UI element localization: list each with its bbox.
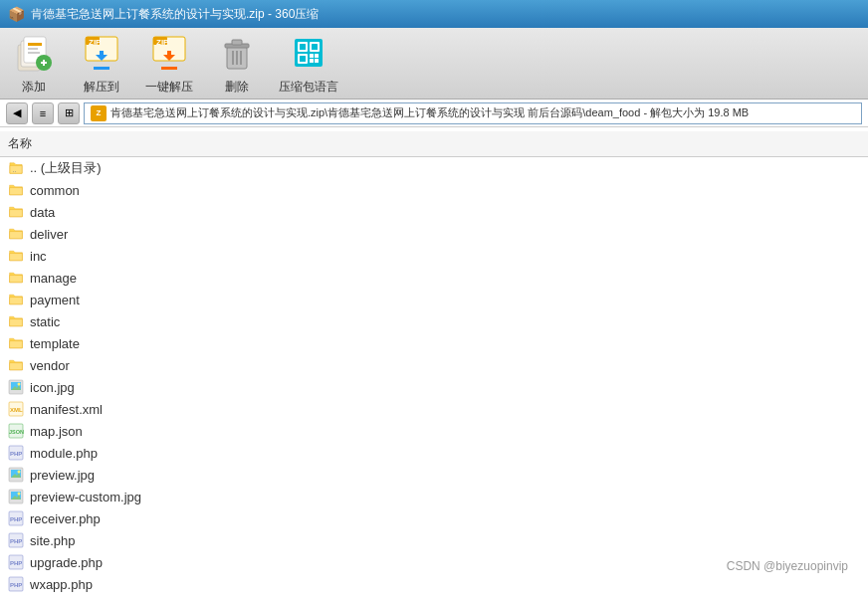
list-item[interactable]: data xyxy=(0,201,868,223)
list-item[interactable]: PHP site.php xyxy=(0,529,868,551)
svg-rect-20 xyxy=(161,67,177,70)
svg-text:PHP: PHP xyxy=(10,516,22,522)
svg-rect-37 xyxy=(315,59,319,63)
file-list: 名称 .. .. (上级目录) common data deliver inc xyxy=(0,127,868,603)
svg-text:XML: XML xyxy=(10,407,23,413)
address-bar: ◀ ≡ ⊞ Z 肯德基宅急送网上订餐系统的设计与实现.zip\肯德基宅急送网上订… xyxy=(0,100,868,127)
file-name: inc xyxy=(30,249,47,264)
svg-text:JSON: JSON xyxy=(9,429,24,435)
file-icon-folder xyxy=(8,313,24,329)
svg-rect-19 xyxy=(167,51,171,59)
list-item[interactable]: XML manifest.xml xyxy=(0,398,868,420)
file-icon-folder xyxy=(8,335,24,351)
svg-rect-13 xyxy=(100,51,104,59)
file-name: vendor xyxy=(30,358,70,373)
view-detail-button[interactable]: ⊞ xyxy=(58,102,80,124)
file-icon-folder xyxy=(8,204,24,220)
list-item[interactable]: common xyxy=(0,179,868,201)
file-name: data xyxy=(30,205,55,220)
list-item[interactable]: preview.jpg xyxy=(0,464,868,486)
file-name: template xyxy=(30,336,80,351)
svg-text:PHP: PHP xyxy=(10,582,22,588)
address-path: Z 肯德基宅急送网上订餐系统的设计与实现.zip\肯德基宅急送网上订餐系统的设计… xyxy=(84,102,862,124)
list-item[interactable]: inc xyxy=(0,245,868,267)
delete-button-label: 删除 xyxy=(225,79,249,96)
list-item[interactable]: deliver xyxy=(0,223,868,245)
file-icon-image xyxy=(8,489,24,504)
svg-point-42 xyxy=(18,383,21,386)
column-header: 名称 xyxy=(0,131,868,157)
file-name: payment xyxy=(30,293,80,307)
back-button[interactable]: ◀ xyxy=(6,102,28,124)
extract-icon: ZIP xyxy=(80,31,123,75)
file-name: common xyxy=(30,183,80,198)
content-area: 名称 .. .. (上级目录) common data deliver inc xyxy=(0,127,868,603)
list-item[interactable]: static xyxy=(0,310,868,332)
add-button-label: 添加 xyxy=(22,79,46,96)
add-icon xyxy=(12,31,56,75)
title-bar: 📦 肯德基宅急送网上订餐系统的设计与实现.zip - 360压缩 xyxy=(0,0,868,28)
file-name: static xyxy=(30,314,60,329)
list-item[interactable]: JSON map.json xyxy=(0,420,868,442)
list-item[interactable]: PHP wxapp.php xyxy=(0,573,868,595)
window-title: 肯德基宅急送网上订餐系统的设计与实现.zip - 360压缩 xyxy=(31,6,319,23)
onekey-button-label: 一键解压 xyxy=(145,79,193,96)
file-name: preview-custom.jpg xyxy=(30,490,141,504)
svg-rect-35 xyxy=(315,54,319,58)
list-item[interactable]: PHP module.php xyxy=(0,442,868,464)
list-item[interactable]: .. .. (上级目录) xyxy=(0,157,868,179)
compress-lang-button-label: 压缩包语言 xyxy=(279,79,338,96)
file-icon-php: PHP xyxy=(8,554,24,570)
svg-rect-31 xyxy=(312,44,318,50)
svg-point-56 xyxy=(18,493,21,496)
file-icon-parent: .. xyxy=(8,160,24,176)
svg-rect-8 xyxy=(43,60,45,66)
list-item[interactable]: template xyxy=(0,332,868,354)
svg-text:..: .. xyxy=(13,166,17,173)
svg-text:ZIP: ZIP xyxy=(156,38,169,47)
view-list-button[interactable]: ≡ xyxy=(32,102,54,124)
delete-button[interactable]: 删除 xyxy=(211,31,263,96)
svg-rect-29 xyxy=(300,44,306,50)
list-item[interactable]: preview-custom.jpg xyxy=(0,486,868,507)
list-item[interactable]: vendor xyxy=(0,354,868,376)
svg-text:PHP: PHP xyxy=(10,538,22,544)
file-name: site.php xyxy=(30,533,76,548)
file-icon-folder xyxy=(8,292,24,307)
list-item[interactable]: payment xyxy=(0,289,868,310)
svg-rect-33 xyxy=(300,56,306,62)
svg-text:PHP: PHP xyxy=(10,451,22,457)
list-item[interactable]: PHP upgrade.php xyxy=(0,551,868,573)
svg-rect-4 xyxy=(28,48,38,50)
onekey-button[interactable]: ZIP 一键解压 xyxy=(143,31,195,96)
svg-rect-23 xyxy=(232,40,242,45)
list-item[interactable]: manage xyxy=(0,267,868,289)
list-item[interactable]: icon.jpg xyxy=(0,376,868,398)
file-name: manifest.xml xyxy=(30,402,103,417)
file-icon-php: PHP xyxy=(8,510,24,526)
app-icon: 📦 xyxy=(8,6,25,22)
file-name: upgrade.php xyxy=(30,555,103,570)
file-icon-folder xyxy=(8,182,24,198)
file-name: .. (上级目录) xyxy=(30,159,102,177)
add-button[interactable]: 添加 xyxy=(8,31,60,96)
file-name: preview.jpg xyxy=(30,468,95,483)
delete-icon xyxy=(215,31,259,75)
extract-button-label: 解压到 xyxy=(84,79,119,96)
compress-lang-icon xyxy=(287,31,330,75)
file-name: map.json xyxy=(30,424,83,439)
file-icon-json: JSON xyxy=(8,423,24,439)
file-name: deliver xyxy=(30,227,68,242)
svg-rect-14 xyxy=(94,67,109,70)
file-icon-php: PHP xyxy=(8,445,24,461)
list-item[interactable]: PHP receiver.php xyxy=(0,507,868,529)
file-icon-xml: XML xyxy=(8,401,24,417)
file-name: icon.jpg xyxy=(30,380,75,395)
file-name: receiver.php xyxy=(30,511,101,526)
file-icon-folder xyxy=(8,357,24,373)
extract-button[interactable]: ZIP 解压到 xyxy=(76,31,127,96)
column-name-header: 名称 xyxy=(4,133,864,154)
file-icon-folder xyxy=(8,270,24,286)
compress-lang-button[interactable]: 压缩包语言 xyxy=(279,31,338,96)
toolbar: 添加 ZIP 解压到 ZIP xyxy=(0,28,868,100)
